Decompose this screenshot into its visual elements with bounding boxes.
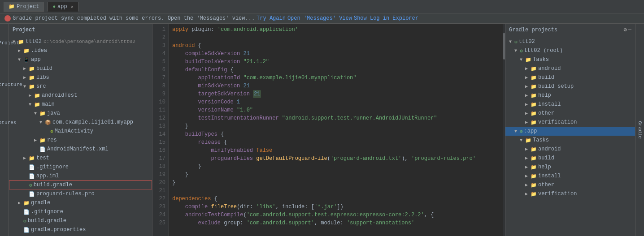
- tree-buildgradle2[interactable]: ⚙ build.gradle: [9, 216, 152, 225]
- gradle-app-verif-arrow: ▶: [525, 191, 531, 197]
- code-content[interactable]: apply plugin: 'com.android.application' …: [169, 24, 503, 236]
- code-container[interactable]: 1 2 3 4 5 6 7 8 9 10 11 12 13 14 15 16 1…: [152, 24, 505, 236]
- tree-main[interactable]: ▼ 📁 main: [9, 100, 152, 109]
- java-icon: 📁: [39, 111, 46, 116]
- open-messages-link[interactable]: Open 'Messages' View: [287, 15, 352, 21]
- gradle-app-build[interactable]: ▶ 📁 build: [505, 154, 635, 163]
- androidtest-arrow: ▶: [29, 93, 34, 98]
- src-icon: 📁: [29, 84, 35, 90]
- tree-manifest[interactable]: 📄 AndroidManifest.xml: [9, 145, 152, 154]
- gradle-app-android-label: android: [538, 146, 561, 152]
- gradle-help-icon: 📁: [531, 93, 537, 99]
- tree-gradleprops[interactable]: 📄 gradle.properties: [9, 225, 152, 234]
- tree-res[interactable]: ▶ 📁 res: [9, 136, 152, 145]
- mainactivity-icon: ⚙: [50, 129, 53, 134]
- app-label: app: [31, 56, 41, 63]
- gradle-app-help-arrow: ▶: [525, 164, 531, 170]
- tree-proguard[interactable]: 📄 proguard-rules.pro: [9, 189, 152, 198]
- tree-appiml[interactable]: 📄 app.iml: [9, 172, 152, 180]
- gradle-help[interactable]: ▶ 📁 help: [505, 91, 635, 100]
- tab-project[interactable]: 1: Project: [0, 40, 19, 46]
- gradle-setup-arrow: ▶: [525, 84, 531, 89]
- tab-captures[interactable]: Captures: [0, 120, 16, 126]
- buildgradle-icon: ⚙: [29, 182, 32, 188]
- try-again-link[interactable]: Try Again: [257, 15, 286, 21]
- gradle-app-help-label: help: [538, 164, 551, 170]
- libs-arrow: ▶: [23, 75, 29, 80]
- tab-structure[interactable]: 2: Structure: [0, 82, 22, 87]
- buildgradle2-label: build.gradle: [28, 218, 66, 224]
- gradle-app-icon: ⚙: [520, 129, 523, 134]
- app-tab-close[interactable]: ✕: [71, 4, 74, 9]
- libs-icon: 📁: [29, 75, 35, 81]
- gradle-app-tasks-label: Tasks: [533, 137, 549, 143]
- tree-buildgradle[interactable]: ⚙ build.gradle: [9, 180, 152, 189]
- gradle-install[interactable]: ▶ 📁 install: [505, 100, 635, 109]
- tree-gitignore2[interactable]: 📄 .gitignore: [9, 163, 152, 172]
- gradle-app-other[interactable]: ▶ 📁 other: [505, 180, 635, 189]
- gradle-header: Gradle projects ⚙ —: [505, 24, 635, 36]
- tree-java[interactable]: ▼ 📁 java: [9, 109, 152, 118]
- build-label: build: [36, 65, 52, 72]
- buildgradle2-icon: ⚙: [23, 218, 26, 224]
- gradle-app-verif[interactable]: ▶ 📁 verification: [505, 189, 635, 198]
- tree-src[interactable]: ▼ 📁 src: [9, 82, 152, 91]
- res-arrow: ▶: [34, 137, 39, 143]
- gradle-app-install-icon: 📁: [531, 173, 537, 179]
- gradle-tree[interactable]: ▼ ⚙ ttt02 ▼ ⚙ ttt02 (root) ▼ 📁 Tasks: [505, 36, 635, 236]
- gradle-ttt02-root[interactable]: ▼ ⚙ ttt02 (root): [505, 46, 635, 55]
- gradle-setup-icon: 📁: [531, 84, 537, 90]
- right-side-tab[interactable]: Gradle: [635, 24, 644, 236]
- gradle-app-build-label: build: [538, 155, 554, 161]
- tree-mainactivity[interactable]: ⚙ MainActivity: [9, 127, 152, 136]
- gradle-ttt02[interactable]: ▼ ⚙ ttt02: [505, 37, 635, 46]
- gradle-other-arrow: ▶: [525, 111, 531, 116]
- gradle-app-tasks[interactable]: ▼ 📁 Tasks: [505, 136, 635, 145]
- idea-arrow: ▶: [18, 48, 23, 53]
- java-label: java: [47, 110, 60, 116]
- gradle-minimize-icon[interactable]: —: [628, 27, 631, 33]
- gradle-build-setup[interactable]: ▶ 📁 build setup: [505, 82, 635, 91]
- tree-idea[interactable]: ▶ 📁 .idea: [9, 46, 152, 55]
- root-label: ttt02: [26, 39, 42, 45]
- gradle-arrow: ▶: [18, 200, 23, 206]
- tree-libs[interactable]: ▶ 📁 libs: [9, 73, 152, 82]
- idea-icon: 📁: [23, 48, 30, 54]
- gradle-tasks[interactable]: ▼ 📁 Tasks: [505, 55, 635, 64]
- gradle-app-android-icon: 📁: [531, 146, 537, 152]
- gradle-tab-label[interactable]: Gradle: [637, 121, 643, 139]
- test-label: test: [36, 155, 49, 161]
- gradle-build-label: build: [538, 74, 554, 81]
- gradle-app[interactable]: ▼ ⚙ :app: [505, 127, 635, 136]
- main-label: main: [42, 101, 55, 107]
- gradle-ttt02-arrow: ▼: [509, 39, 514, 44]
- project-tree[interactable]: ▼ 📁 ttt02 D:\code\personage\android\ttt0…: [9, 36, 152, 236]
- tree-test[interactable]: ▶ 📁 test: [9, 154, 152, 163]
- app-tab[interactable]: ● app ✕: [48, 2, 78, 12]
- app-tab-icon: ●: [52, 4, 56, 9]
- show-log-link[interactable]: Show Log in Explorer: [354, 15, 418, 21]
- tree-gradle[interactable]: ▶ 📁 gradle: [9, 198, 152, 207]
- tree-gitignore1[interactable]: 📄 .gitignore: [9, 207, 152, 216]
- gradle-app-help[interactable]: ▶ 📁 help: [505, 163, 635, 172]
- gradle-app-arrow: ▼: [514, 129, 520, 134]
- gradle-app-android[interactable]: ▶ 📁 android: [505, 145, 635, 154]
- error-dot: [4, 15, 11, 21]
- tree-root[interactable]: ▼ 📁 ttt02 D:\code\personage\android\ttt0…: [9, 37, 152, 46]
- project-tab[interactable]: 📁 Project: [4, 2, 44, 12]
- gradle-verification[interactable]: ▶ 📁 verification: [505, 118, 635, 127]
- tree-app[interactable]: ▼ 📱 app: [9, 55, 152, 64]
- gradle-android[interactable]: ▶ 📁 android: [505, 64, 635, 73]
- project-panel-title: Project: [13, 27, 35, 33]
- gradle-app-verif-label: verification: [538, 191, 577, 197]
- tree-com[interactable]: ▼ 📦 com.example.lijie01.myapp: [9, 118, 152, 127]
- tree-androidtest[interactable]: ▶ 📁 androidTest: [9, 91, 152, 100]
- editor-area: 1 2 3 4 5 6 7 8 9 10 11 12 13 14 15 16 1…: [152, 24, 505, 236]
- com-label: com.example.lijie01.myapp: [52, 119, 133, 125]
- tree-build[interactable]: ▶ 📁 build: [9, 64, 152, 73]
- gradle-app-install[interactable]: ▶ 📁 install: [505, 172, 635, 180]
- gradle-settings-icon[interactable]: ⚙: [624, 26, 627, 33]
- tree-gradlew[interactable]: 📄 gradlew: [9, 234, 152, 236]
- gradle-other[interactable]: ▶ 📁 other: [505, 109, 635, 118]
- gradle-build[interactable]: ▶ 📁 build: [505, 73, 635, 82]
